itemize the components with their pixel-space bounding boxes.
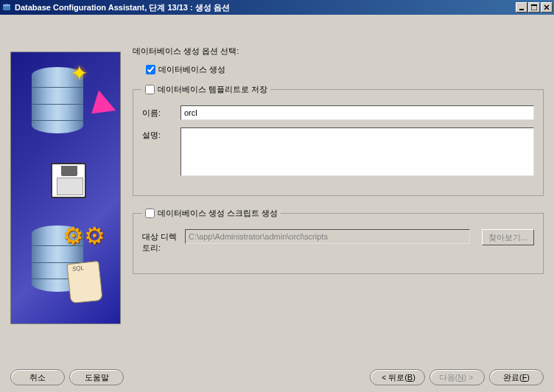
footer: 취소 도움말 < 뒤로(B) 다음(N) > 완료(F) — [0, 361, 554, 391]
window-title: Database Configuration Assistant, 단계 13/… — [15, 2, 516, 13]
create-database-checkbox[interactable] — [146, 65, 155, 74]
help-button[interactable]: 도움말 — [69, 369, 124, 385]
titlebar: Database Configuration Assistant, 단계 13/… — [0, 0, 554, 15]
dest-dir-input — [185, 229, 470, 244]
dest-dir-label: 대상 디렉토리: — [142, 229, 178, 254]
save-template-legend: 데이터베이스 템플리트로 저장 — [158, 84, 267, 95]
finish-button[interactable]: 완료(F) — [489, 369, 544, 385]
template-name-input[interactable] — [180, 105, 534, 120]
script-group: 데이터베이스 생성 스크립트 생성 대상 디렉토리: 찾아보기... — [133, 208, 544, 274]
minimize-button[interactable] — [516, 2, 527, 13]
template-desc-label: 설명: — [142, 127, 173, 141]
svg-point-1 — [3, 4, 10, 7]
browse-button: 찾아보기... — [482, 229, 534, 245]
option-title: 데이터베이스 생성 옵션 선택: — [133, 46, 544, 57]
template-name-label: 이름: — [142, 105, 173, 119]
close-button[interactable] — [541, 2, 553, 13]
cancel-button[interactable]: 취소 — [10, 369, 65, 385]
save-template-checkbox[interactable] — [145, 85, 155, 94]
back-button[interactable]: < 뒤로(B) — [370, 369, 425, 385]
generate-script-legend: 데이터베이스 생성 스크립트 생성 — [158, 208, 278, 219]
chevron-right-icon: > — [469, 374, 473, 382]
wizard-sidebar-image: ✦ ⚙⚙ — [10, 52, 121, 324]
app-icon — [1, 2, 12, 13]
svg-rect-2 — [519, 9, 524, 10]
next-button: 다음(N) > — [429, 369, 485, 385]
create-database-label: 데이터베이스 생성 — [158, 64, 225, 75]
svg-rect-4 — [531, 4, 537, 6]
save-template-group: 데이터베이스 템플리트로 저장 이름: 설명: — [133, 84, 544, 196]
maximize-button[interactable] — [528, 2, 540, 13]
template-desc-input[interactable] — [180, 127, 534, 176]
chevron-left-icon: < — [382, 374, 386, 382]
generate-script-checkbox[interactable] — [145, 209, 155, 218]
